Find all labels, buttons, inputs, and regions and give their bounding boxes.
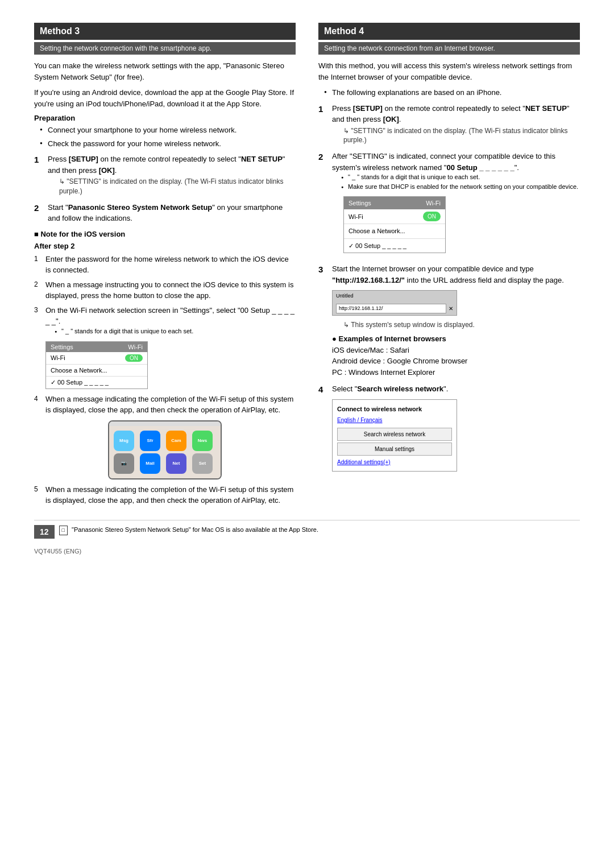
phone-icon-mail: Mail: [140, 453, 160, 474]
phone-icon-cam2: 📷: [114, 453, 134, 474]
wifi-network-m3: ✓ 00 Setup _ _ _ _ _: [51, 379, 109, 386]
ios-substeps: 1 Enter the password for the home wirele…: [34, 254, 296, 337]
phone-icon-messages: Msg: [114, 431, 134, 451]
method4-column: Method 4 Setting the network connection …: [318, 23, 580, 511]
note-icon: □: [59, 526, 68, 536]
footer-note: "Panasonic Stereo System Network Setup" …: [72, 526, 318, 533]
ios-substep5: 5 When a message indicating the completi…: [34, 484, 296, 506]
m4-step2-bullet1: " _ " stands for a digit that is unique …: [341, 173, 580, 181]
prep-item-1: Connect your smartphone to your home wir…: [40, 125, 296, 136]
wifi-header-label: Wi-Fi: [128, 344, 143, 350]
setup-btn2[interactable]: Manual settings: [337, 443, 452, 456]
wifi-toggle-m3: ON: [125, 354, 143, 362]
phone-mockup: Msg Sfr Cam Nws 📷 Mail Net Set: [108, 420, 222, 480]
method4-title: Method 4: [318, 23, 580, 40]
substep-5: 5 When a message indicating the completi…: [34, 484, 296, 506]
columns: Method 3 Setting the network connection …: [34, 23, 580, 511]
wifi-label-m3: Wi-Fi: [51, 354, 65, 361]
method4-step3: 3 Start the Internet browser on your com…: [318, 263, 580, 378]
m4-step1-note: "SETTING" is indicated on the display. (…: [332, 126, 580, 146]
method4-bullet1: The following explanations are based on …: [324, 87, 580, 98]
method3-column: Method 3 Setting the network connection …: [34, 23, 296, 511]
browser-url: http://192.168.1.12/: [336, 304, 446, 314]
m4-step3-note: This system's setup window is displayed.: [332, 320, 580, 330]
note-ios-title: Note for the iOS version: [34, 230, 296, 238]
substep-3: 3 On the Wi-Fi network selection screen …: [34, 305, 296, 337]
substep-1: 1 Enter the password for the home wirele…: [34, 254, 296, 276]
method3-steps: 1 Press [SETUP] on the remote control re…: [34, 154, 296, 224]
page-number: 12: [34, 525, 55, 539]
page-container: Method 3 Setting the network connection …: [34, 23, 580, 555]
page-footer-code: VQT4U55 (ENG): [34, 548, 580, 555]
phone-icon-safari: Sfr: [140, 431, 160, 451]
setup-link: Additional settings(+): [337, 459, 391, 465]
method4-intro: With this method, you will access this s…: [318, 60, 580, 82]
phone-icon-network: Net: [166, 453, 186, 474]
method3-intro1: You can make the wireless network settin…: [34, 60, 296, 82]
method4-steps: 1 Press [SETUP] on the remote control re…: [318, 103, 580, 477]
preparation-list: Connect your smartphone to your home wir…: [34, 125, 296, 149]
phone-icon-news: Nws: [192, 431, 213, 451]
method4-step1: 1 Press [SETUP] on the remote control re…: [318, 103, 580, 146]
method3-step1: 1 Press [SETUP] on the remote control re…: [34, 154, 296, 196]
wifi-choose-m3: Choose a Network...: [51, 367, 107, 374]
preparation-title: Preparation: [34, 114, 296, 122]
method3-wifi-mockup: Settings Wi-Fi Wi-Fi ON Choose a Network…: [45, 341, 148, 389]
method3-intro2: If you're using an Android device, downl…: [34, 87, 296, 109]
method4-bullets: The following explanations are based on …: [318, 87, 580, 98]
page-footer-row: 12 □ "Panasonic Stereo System Network Se…: [34, 520, 580, 539]
method4-step2: 2 After "SETTING" is indicated, connect …: [318, 151, 580, 258]
method4-step4: 4 Select "Search wireless network". Conn…: [318, 383, 580, 476]
setup-lang: English / Français: [337, 417, 382, 423]
substep-4: 4 When a message indicating the completi…: [34, 394, 296, 416]
after-step-title: After step 2: [34, 242, 296, 250]
method4-subtitle: Setting the network connection from an I…: [318, 42, 580, 55]
method3-step2: 2 Start "Panasonic Stereo System Network…: [34, 202, 296, 224]
ios-substep4: 4 When a message indicating the completi…: [34, 394, 296, 416]
method3-title: Method 3: [34, 23, 296, 40]
phone-icon-settings: Set: [192, 453, 213, 474]
prep-item-2: Check the password for your home wireles…: [40, 138, 296, 150]
m4-step2-bullet2: Make sure that DHCP is enabled for the n…: [341, 183, 580, 191]
setup-btn1[interactable]: Search wireless network: [337, 428, 452, 441]
setup-title: Connect to wireless network: [337, 404, 452, 414]
wireless-setup-mockup: Connect to wireless network English / Fr…: [332, 399, 457, 472]
substep3-bullet: " _ " stands for a digit that is unique …: [55, 327, 296, 336]
method3-subtitle: Setting the network connection with the …: [34, 42, 296, 55]
substep4-text: When a message indicating the completion…: [45, 394, 296, 416]
method4-wifi-mockup: Settings Wi-Fi Wi-Fi ON Choose a Network…: [343, 196, 446, 254]
browser-mockup: Untitled http://192.168.1.12/ ✕: [332, 290, 457, 316]
step1-arrow-note: "SETTING" is indicated on the display. (…: [48, 177, 296, 196]
phone-icons: Msg Sfr Cam Nws 📷 Mail Net Set: [109, 426, 221, 478]
substep-2: 2 When a message instructing you to conn…: [34, 279, 296, 301]
phone-icon-camera: Cam: [166, 431, 186, 451]
